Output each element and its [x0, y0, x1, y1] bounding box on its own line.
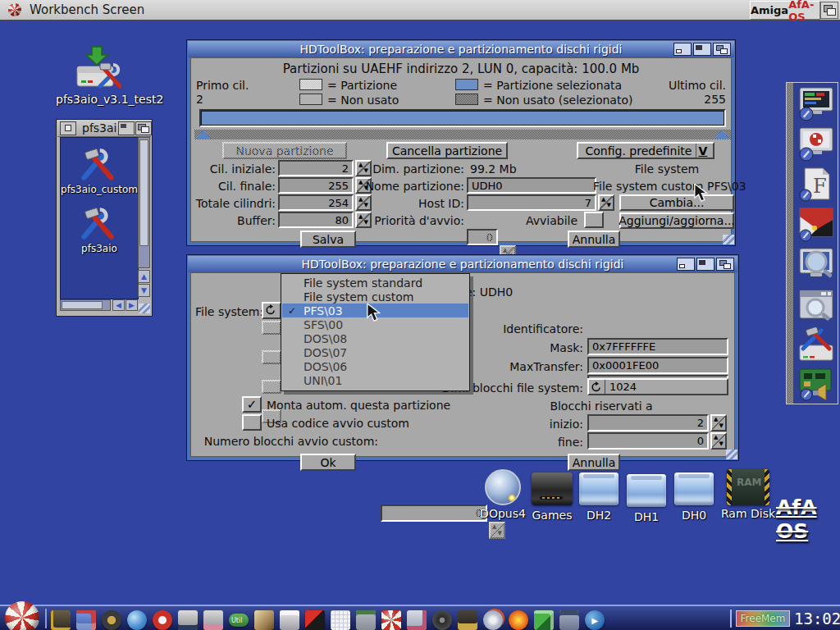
fine-arrows[interactable]: ▲▼ [710, 432, 727, 450]
config-predefinite-button[interactable]: Config. predefinite V [577, 142, 714, 159]
games-drive-icon [532, 472, 573, 505]
cancella-partizione-button[interactable]: Cancella partizione [386, 142, 508, 159]
hardware-sound-icon[interactable] [797, 366, 836, 402]
play-icon[interactable]: ▶ [585, 610, 605, 630]
scroll-right-button[interactable]: ▶ [126, 299, 138, 311]
dock-item-ramdisk[interactable]: RAM Ram Disk [722, 469, 774, 520]
drawer-icon-pfs3aio[interactable]: pfs3aio [77, 205, 121, 256]
depth-gadget[interactable] [713, 43, 731, 56]
partition-bar[interactable] [199, 109, 726, 127]
aggiungi-aggiorna-button[interactable]: Aggiungi/aggiorna... [619, 212, 734, 229]
zoom-gadget[interactable] [696, 258, 714, 271]
scroll-down-button[interactable]: ▼ [138, 284, 150, 297]
screenmode-prefs-icon[interactable] [797, 86, 836, 122]
start-boing-ball[interactable] [5, 601, 39, 630]
window2-titlebar[interactable]: HDToolBox: preparazione e partizionament… [188, 256, 737, 272]
fireball-icon[interactable] [509, 610, 528, 630]
util-icon[interactable]: Util [229, 614, 249, 627]
fine-field[interactable]: 0 [587, 432, 709, 450]
globe-icon[interactable] [127, 610, 147, 630]
window-prefs-icon[interactable] [559, 610, 579, 630]
iconify-gadget[interactable] [677, 258, 695, 271]
usa-codice-checkbox[interactable] [242, 414, 262, 431]
dock-drag-handle[interactable] [787, 83, 793, 404]
avviabile-checkbox[interactable] [584, 212, 604, 228]
screen-depth-gadget[interactable] [820, 2, 838, 19]
lifebuoy-icon[interactable] [153, 610, 172, 630]
drawer-resize-gadget[interactable] [139, 304, 150, 313]
fs-custom-text: File system custom PFS\03 [593, 179, 734, 194]
desktop-icon-pfs3aio-test2[interactable]: pfs3aio_v3.1_test2 [64, 45, 130, 109]
zoom-gadget[interactable] [118, 121, 135, 135]
boing-picture-icon[interactable] [76, 610, 96, 630]
scanner-icon[interactable] [280, 610, 299, 630]
cd-burn-icon[interactable] [483, 610, 503, 630]
drawer-icon[interactable] [51, 610, 71, 630]
scroll-left-button[interactable]: ◀ [112, 299, 125, 311]
iconify-gadget[interactable] [673, 43, 692, 56]
ok-button[interactable]: Ok [300, 454, 356, 471]
paint-monitor-icon[interactable] [203, 610, 223, 630]
calculator-icon[interactable] [356, 610, 376, 630]
h-scrollbar[interactable] [60, 299, 111, 311]
window-finder-icon[interactable] [797, 287, 836, 323]
pattern-prefs-icon[interactable] [797, 207, 836, 243]
printer-icon[interactable] [407, 610, 427, 630]
depth-gadget[interactable] [135, 121, 152, 135]
dock-item-dh0[interactable]: DH0 [673, 471, 715, 520]
screen-magnifier-icon[interactable] [797, 247, 836, 283]
disc-icon[interactable] [432, 610, 452, 630]
inizio-arrows[interactable]: ▲▼ [710, 414, 727, 431]
clock-ball-icon[interactable] [381, 610, 401, 630]
cambia-button[interactable]: Cambia... [619, 194, 734, 211]
drawer-icon-label: pfs3aio_custom [57, 184, 142, 195]
cylinder-slider-strip[interactable] [194, 130, 731, 139]
drawer-icon-pfs3aio-custom[interactable]: pfs3aio_custom [77, 146, 121, 197]
monta-checkbox[interactable]: ✓ [242, 396, 262, 413]
dock-item-dh2[interactable]: DH2 [578, 471, 620, 520]
dropdown-item[interactable]: File system custom [282, 290, 468, 304]
slider-left-handle[interactable] [196, 130, 211, 139]
dropdown-item[interactable]: DOS\08 [282, 331, 468, 345]
zoom-gadget[interactable] [693, 43, 711, 56]
window1-titlebar[interactable]: HDToolBox: preparazione e partizionament… [188, 41, 734, 57]
host-id-arrows[interactable]: ▲▼ [598, 194, 614, 211]
screen-prefs-icon[interactable] [178, 610, 198, 630]
hdtoolbox-icon[interactable] [797, 327, 836, 363]
maxtransfer-field[interactable]: 0x0001FE00 [587, 357, 728, 374]
dropdown-item[interactable]: DOS\06 [282, 359, 468, 373]
mask-field[interactable]: 0x7FFFFFFE [587, 338, 728, 355]
nome-partizione-field[interactable]: UDH0 [467, 177, 596, 194]
dock-item-games[interactable]: Games [530, 471, 574, 520]
annulla-button-w2[interactable]: Annulla [568, 454, 620, 471]
paint-tools-icon[interactable] [254, 610, 274, 630]
dock-item-dh1[interactable]: DH1 [625, 472, 668, 522]
dropdown-item[interactable]: UNI\01 [282, 373, 468, 387]
archive-up-icon[interactable] [102, 610, 121, 630]
salva-button[interactable]: Salva [300, 231, 356, 248]
window2-resize-gadget[interactable] [726, 450, 737, 459]
drawer-titlebar[interactable]: pfs3ai [57, 120, 151, 137]
host-id-field[interactable]: 7 [467, 194, 596, 211]
dropdown-item[interactable]: File system standard [282, 276, 468, 290]
fonts-prefs-icon[interactable]: F [797, 167, 836, 203]
annulla-button-w1[interactable]: Annulla [568, 231, 620, 248]
notepad-icon[interactable] [331, 610, 350, 630]
v-scrollbar[interactable] [138, 137, 150, 268]
scroll-up-button[interactable]: ▲ [138, 270, 150, 283]
afa-flag-icon[interactable] [305, 610, 325, 630]
slider-right-handle[interactable] [714, 130, 729, 139]
onair-icon[interactable] [458, 610, 477, 630]
file-system-dropdown[interactable]: File system standard File system custom … [281, 273, 470, 391]
dock-item-dopus4[interactable]: DOpus4 [480, 469, 526, 520]
close-gadget[interactable] [60, 121, 76, 135]
nuova-partizione-button[interactable]: Nuova partizione [222, 142, 347, 159]
dropdown-item[interactable]: DOS\07 [282, 345, 468, 359]
depth-gadget[interactable] [716, 258, 734, 271]
inizio-field[interactable]: 2 [587, 414, 709, 431]
dim-blocchi-cycle[interactable]: 1024 [587, 378, 728, 395]
window1-resize-gadget[interactable] [723, 235, 734, 244]
green-tools-icon[interactable] [534, 610, 554, 630]
workbench-screen-icon[interactable] [797, 126, 836, 162]
file-system-cycle-gadget[interactable] [262, 302, 281, 319]
